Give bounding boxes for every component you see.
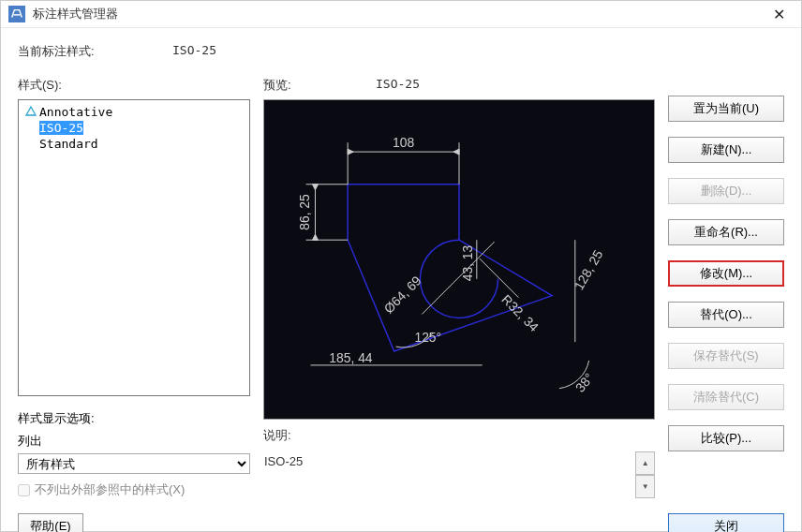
description-label: 说明: <box>263 427 655 444</box>
spinner-down-icon[interactable]: ▼ <box>635 475 655 498</box>
styles-listbox[interactable]: Annotative ISO-25 Standard <box>18 99 250 396</box>
new-button[interactable]: 新建(N)... <box>668 137 784 163</box>
titlebar: 标注样式管理器 ✕ <box>1 1 801 28</box>
spinner-up-icon[interactable]: ▲ <box>635 451 655 475</box>
window-title: 标注样式管理器 <box>33 6 764 22</box>
list-filter-select[interactable]: 所有样式 <box>18 453 250 474</box>
svg-text:R32, 34: R32, 34 <box>498 291 542 334</box>
delete-button: 删除(D)... <box>668 178 784 204</box>
preview-label: 预览: <box>263 77 376 94</box>
set-current-button[interactable]: 置为当前(U) <box>668 96 784 122</box>
preview-style-value: ISO-25 <box>376 77 420 94</box>
list-item[interactable]: Standard <box>19 136 249 152</box>
svg-text:86, 25: 86, 25 <box>297 194 312 230</box>
svg-text:185, 44: 185, 44 <box>329 350 373 365</box>
modify-button[interactable]: 修改(M)... <box>668 260 784 287</box>
list-item-label: Standard <box>39 137 98 151</box>
preview-headers: 预览: ISO-25 <box>263 77 655 94</box>
bottom-bar: 帮助(E) 关闭 <box>1 508 801 532</box>
close-button[interactable]: 关闭 <box>668 513 784 532</box>
rename-button[interactable]: 重命名(R)... <box>668 219 784 245</box>
xref-checkbox[interactable] <box>18 484 30 496</box>
main-row: 样式(S): Annotative ISO-25 Standard <box>18 77 784 498</box>
app-icon <box>8 6 25 22</box>
annotative-icon <box>24 105 39 119</box>
list-label: 列出 <box>18 432 250 451</box>
svg-line-8 <box>422 242 494 314</box>
left-column: 样式(S): Annotative ISO-25 Standard <box>18 77 250 498</box>
close-icon[interactable]: ✕ <box>764 1 794 27</box>
style-display-options: 样式显示选项: 列出 所有样式 不列出外部参照中的样式(X) <box>18 409 250 498</box>
clear-override-button: 清除替代(C) <box>668 384 784 410</box>
list-item[interactable]: ISO-25 <box>19 120 249 136</box>
display-options-label: 样式显示选项: <box>18 409 250 428</box>
styles-label: 样式(S): <box>18 77 250 94</box>
save-override-button: 保存替代(S) <box>668 343 784 369</box>
description-spinner: ▲ ▼ <box>635 451 655 498</box>
xref-checkbox-row[interactable]: 不列出外部参照中的样式(X) <box>18 481 250 498</box>
list-item[interactable]: Annotative <box>19 104 249 120</box>
svg-text:108: 108 <box>393 135 414 150</box>
svg-text:125°: 125° <box>414 330 441 345</box>
button-column: 置为当前(U) 新建(N)... 删除(D)... 重命名(R)... 修改(M… <box>668 77 784 498</box>
preview-box: 108 86, 25 43, 13 128, 25 Ø64, 69 R32, 3… <box>263 99 655 420</box>
list-item-label: Annotative <box>39 105 112 119</box>
current-style-row: 当前标注样式: ISO-25 <box>18 43 784 60</box>
help-button[interactable]: 帮助(E) <box>18 513 83 532</box>
current-style-label: 当前标注样式: <box>18 43 172 60</box>
svg-text:Ø64, 69: Ø64, 69 <box>381 273 424 316</box>
xref-checkbox-label: 不列出外部参照中的样式(X) <box>35 481 185 498</box>
compare-button[interactable]: 比较(P)... <box>668 425 784 451</box>
svg-text:128, 25: 128, 25 <box>571 247 605 292</box>
dimension-style-manager-dialog: 标注样式管理器 ✕ 当前标注样式: ISO-25 样式(S): Annotati… <box>0 0 802 532</box>
list-item-label: ISO-25 <box>39 121 83 135</box>
svg-text:43, 13: 43, 13 <box>460 244 475 281</box>
svg-text:38°: 38° <box>572 370 597 394</box>
override-button[interactable]: 替代(O)... <box>668 302 784 328</box>
dimension-preview-svg: 108 86, 25 43, 13 128, 25 Ø64, 69 R32, 3… <box>264 100 654 419</box>
center-column: 预览: ISO-25 <box>263 77 655 498</box>
current-style-value: ISO-25 <box>172 43 216 60</box>
description-text: ISO-25 <box>263 451 630 498</box>
content: 当前标注样式: ISO-25 样式(S): Annotative ISO-25 <box>1 28 801 508</box>
